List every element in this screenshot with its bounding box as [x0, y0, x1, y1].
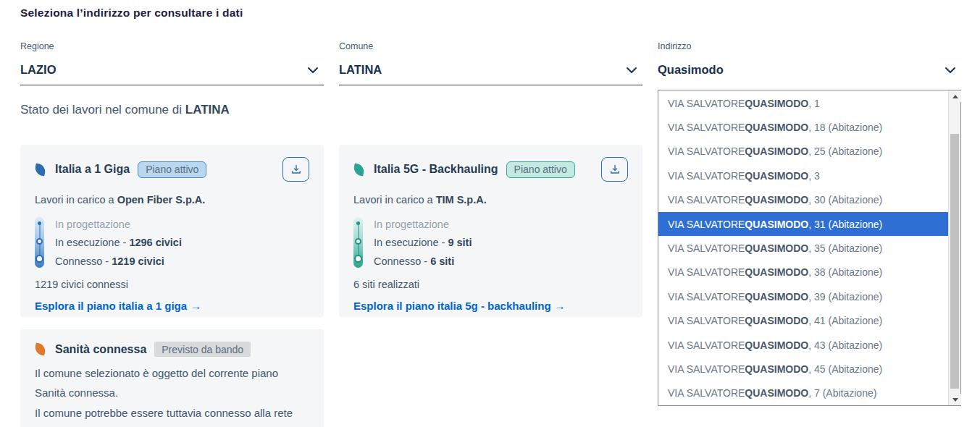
- card-title: Italia 5G - Backhauling: [374, 163, 498, 176]
- timeline-step: In progettazione: [374, 215, 628, 234]
- chevron-down-icon: [625, 64, 638, 77]
- address-number: , 1: [808, 98, 820, 109]
- address-option[interactable]: VIA SALVATORE QUASIMODO, 38 (Abitazione): [658, 261, 948, 284]
- page: Seleziona l’indirizzo per consultare i d…: [0, 0, 980, 427]
- download-icon: [609, 164, 621, 175]
- assignee-name: Open Fiber S.p.A.: [117, 194, 206, 206]
- address-street-match: QUASIMODO: [745, 145, 808, 157]
- regione-value: LAZIO: [20, 63, 56, 77]
- arrow-right-icon: →: [555, 300, 566, 312]
- address-option[interactable]: VIA SALVATORE QUASIMODO, 45 (Abitazione): [658, 357, 948, 381]
- address-number: , 38 (Abitazione): [808, 266, 882, 278]
- scrollbar-up-button[interactable]: [949, 90, 961, 102]
- address-street-match: QUASIMODO: [745, 363, 808, 375]
- address-number: , 7 (Abitazione): [808, 387, 876, 399]
- address-street-match: QUASIMODO: [745, 170, 808, 182]
- address-number: , 45 (Abitazione): [808, 363, 882, 375]
- status-prefix: Stato dei lavori nel comune di: [20, 103, 185, 117]
- timeline-dot-esecuzione: [355, 238, 361, 245]
- status-comune: LATINA: [185, 103, 230, 117]
- address-option[interactable]: VIA SALVATORE QUASIMODO, 18 (Abitazione): [658, 115, 948, 139]
- regione-select[interactable]: LAZIO: [20, 63, 324, 85]
- chevron-down-icon: [944, 64, 957, 77]
- timeline-step: Connesso - 6 siti: [374, 252, 628, 271]
- scrollbar-down-button[interactable]: [949, 394, 961, 405]
- download-button[interactable]: [601, 157, 628, 182]
- indirizzo-select[interactable]: Quasimodo: [658, 63, 961, 83]
- timeline-dot-progettazione: [356, 221, 360, 225]
- address-street: VIA SALVATORE: [668, 291, 745, 303]
- comune-select[interactable]: LATINA: [339, 63, 642, 85]
- address-number: , 30 (Abitazione): [808, 194, 882, 206]
- progress-timeline: In progettazione In esecuzione - 9 siti …: [353, 215, 628, 271]
- dropdown-scrollbar: [948, 90, 960, 405]
- timeline-step: In esecuzione - 1296 civici: [55, 234, 309, 253]
- comune-label: Comune: [339, 41, 642, 51]
- arrow-right-icon: →: [190, 300, 201, 312]
- address-option[interactable]: VIA SALVATORE QUASIMODO, 39 (Abitazione): [658, 284, 948, 308]
- card-header: Italia a 1 Giga Piano attivo: [35, 157, 309, 182]
- address-street: VIA SALVATORE: [668, 170, 745, 182]
- address-option[interactable]: VIA SALVATORE QUASIMODO, 1: [658, 91, 948, 115]
- address-street: VIA SALVATORE: [668, 266, 745, 278]
- card-italia-5g-backhauling: Italia 5G - Backhauling Piano attivo Lav…: [339, 145, 642, 317]
- timeline-dot-connesso: [354, 255, 362, 263]
- address-street-match: QUASIMODO: [745, 122, 808, 133]
- timeline-dot-esecuzione: [36, 238, 43, 245]
- triangle-down-icon: [952, 398, 958, 402]
- address-street-match: QUASIMODO: [745, 291, 808, 303]
- card-sanita-connessa: Sanità connessa Previsto da bando Il com…: [20, 329, 324, 427]
- timeline-step: In progettazione: [55, 215, 309, 234]
- card-header: Italia 5G - Backhauling Piano attivo: [353, 157, 628, 182]
- address-street: VIA SALVATORE: [668, 387, 745, 399]
- leaf-icon: [352, 163, 365, 176]
- card-summary: 1219 civici connessi: [35, 279, 309, 290]
- address-street: VIA SALVATORE: [668, 242, 745, 254]
- address-option[interactable]: VIA SALVATORE QUASIMODO, 43 (Abitazione): [658, 333, 948, 357]
- status-line: Stato dei lavori nel comune di LATINA: [20, 103, 230, 117]
- address-street: VIA SALVATORE: [668, 194, 745, 206]
- address-street-match: QUASIMODO: [745, 219, 808, 230]
- address-option[interactable]: VIA SALVATORE QUASIMODO, 25 (Abitazione): [658, 140, 948, 164]
- scrollbar-thumb[interactable]: [950, 134, 959, 389]
- address-option[interactable]: VIA SALVATORE QUASIMODO, 3: [658, 164, 948, 187]
- address-street-match: QUASIMODO: [745, 194, 808, 206]
- download-button[interactable]: [282, 157, 309, 182]
- card-summary: 6 siti realizzati: [353, 279, 628, 290]
- timeline-step: In esecuzione - 9 siti: [374, 234, 628, 253]
- address-dropdown: VIA SALVATORE QUASIMODO, 1 VIA SALVATORE…: [658, 90, 961, 406]
- address-option[interactable]: VIA SALVATORE QUASIMODO, 31 (Abitazione): [658, 212, 948, 236]
- address-number: , 31 (Abitazione): [808, 219, 882, 230]
- status-badge: Piano attivo: [506, 161, 575, 178]
- triangle-up-icon: [952, 95, 958, 98]
- address-number: , 25 (Abitazione): [808, 145, 882, 157]
- explore-plan-link[interactable]: Esplora il piano italia 5g - backhauling…: [353, 300, 566, 312]
- address-number: , 3: [808, 170, 820, 182]
- address-street-match: QUASIMODO: [745, 339, 808, 351]
- assignee-name: TIM S.p.A.: [436, 194, 487, 206]
- timeline-dot-connesso: [35, 255, 43, 263]
- card-paragraph: Il comune selezionato è oggetto del corr…: [35, 363, 309, 402]
- filter-comune: Comune LATINA: [339, 41, 642, 85]
- card-title: Sanità connessa: [55, 343, 146, 356]
- address-street-match: QUASIMODO: [745, 315, 808, 326]
- address-option[interactable]: VIA SALVATORE QUASIMODO, 30 (Abitazione): [658, 188, 948, 212]
- status-badge: Piano attivo: [138, 161, 206, 178]
- regione-label: Regione: [20, 41, 324, 51]
- timeline-step: Connesso - 1219 civici: [55, 252, 309, 271]
- explore-plan-link[interactable]: Esplora il piano italia a 1 giga→: [35, 300, 201, 312]
- address-street: VIA SALVATORE: [668, 363, 745, 375]
- comune-value: LATINA: [339, 63, 382, 77]
- address-street-match: QUASIMODO: [745, 242, 808, 254]
- address-option[interactable]: VIA SALVATORE QUASIMODO, 7 (Abitazione): [658, 381, 948, 405]
- leaf-icon: [33, 163, 46, 176]
- progress-timeline: In progettazione In esecuzione - 1296 ci…: [35, 215, 309, 271]
- address-street-match: QUASIMODO: [745, 266, 808, 278]
- timeline-dot-progettazione: [38, 221, 41, 225]
- address-street: VIA SALVATORE: [668, 122, 745, 133]
- address-street: VIA SALVATORE: [668, 219, 745, 230]
- address-number: , 39 (Abitazione): [808, 291, 882, 303]
- address-option[interactable]: VIA SALVATORE QUASIMODO, 35 (Abitazione): [658, 236, 948, 260]
- address-option[interactable]: VIA SALVATORE QUASIMODO, 41 (Abitazione): [658, 309, 948, 333]
- address-street: VIA SALVATORE: [668, 145, 745, 157]
